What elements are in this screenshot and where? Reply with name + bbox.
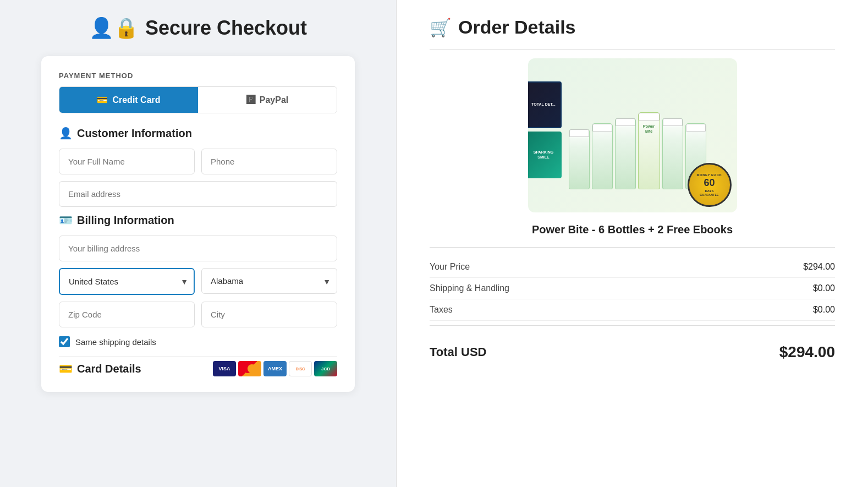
shipping-row: Shipping & Handling $0.00 bbox=[430, 278, 835, 299]
country-wrapper: United States Canada United Kingdom ▼ bbox=[59, 268, 195, 295]
payment-method-label: PAYMENT METHOD bbox=[59, 72, 337, 80]
product-image: TOTAL DET... SPARKING SMILE bbox=[528, 58, 737, 212]
email-row bbox=[59, 181, 337, 207]
discover-icon: DISC bbox=[289, 361, 312, 376]
price-row: Your Price $294.00 bbox=[430, 256, 835, 278]
card-details-row: 💳 Card Details VISA AMEX DISC JCB bbox=[59, 361, 337, 376]
total-divider bbox=[430, 325, 835, 326]
paypal-tab[interactable]: 🅿 PayPal bbox=[198, 87, 337, 113]
credit-card-tab[interactable]: 💳 Credit Card bbox=[59, 87, 198, 113]
page-title: Secure Checkout bbox=[145, 17, 307, 40]
email-input[interactable] bbox=[59, 181, 337, 207]
state-wrapper: Alabama Alaska Arizona ▼ bbox=[201, 268, 337, 295]
paypal-icon: 🅿 bbox=[246, 95, 255, 105]
taxes-row: Taxes $0.00 bbox=[430, 299, 835, 321]
card-details-icon: 💳 bbox=[59, 362, 73, 375]
total-value: $294.00 bbox=[779, 343, 835, 361]
taxes-value: $0.00 bbox=[813, 305, 835, 315]
paypal-tab-label: PayPal bbox=[260, 95, 288, 105]
country-state-row: United States Canada United Kingdom ▼ Al… bbox=[59, 268, 337, 295]
shipping-value: $0.00 bbox=[813, 283, 835, 293]
same-shipping-row: Same shipping details bbox=[59, 336, 337, 347]
order-header: 🛒 Order Details bbox=[430, 17, 835, 38]
same-shipping-checkbox[interactable] bbox=[59, 336, 70, 347]
credit-card-icon: 💳 bbox=[97, 95, 108, 105]
product-image-area: TOTAL DET... SPARKING SMILE bbox=[430, 58, 835, 212]
phone-input[interactable] bbox=[201, 149, 337, 174]
visa-icon: VISA bbox=[213, 361, 236, 376]
order-rows-divider bbox=[430, 247, 835, 248]
taxes-label: Taxes bbox=[430, 305, 453, 315]
state-select[interactable]: Alabama Alaska Arizona bbox=[201, 268, 337, 294]
city-input[interactable] bbox=[201, 302, 337, 327]
cart-icon: 🛒 bbox=[430, 17, 452, 38]
money-back-badge: MONEY BACK 60 DAYS GUARANTEE bbox=[688, 163, 732, 207]
customer-icon: 👤 bbox=[59, 127, 73, 140]
amex-icon: AMEX bbox=[263, 361, 287, 376]
product-title: Power Bite - 6 Bottles + 2 Free Ebooks bbox=[430, 223, 835, 236]
checkout-card: PAYMENT METHOD 💳 Credit Card 🅿 PayPal 👤 … bbox=[41, 56, 355, 392]
full-name-input[interactable] bbox=[59, 149, 195, 174]
billing-section-title: 🪪 Billing Information bbox=[59, 214, 337, 227]
zip-city-row bbox=[59, 302, 337, 327]
right-panel: 🛒 Order Details TOTAL DET... SPARKING SM… bbox=[396, 0, 868, 487]
order-details-title: Order Details bbox=[458, 17, 576, 38]
jcb-icon: JCB bbox=[314, 361, 337, 376]
price-value: $294.00 bbox=[803, 262, 835, 272]
customer-section-title: 👤 Customer Information bbox=[59, 127, 337, 140]
secure-checkout-icon: 👤🔒 bbox=[89, 17, 139, 40]
billing-icon: 🪪 bbox=[59, 214, 73, 227]
price-label: Your Price bbox=[430, 262, 470, 272]
shipping-label: Shipping & Handling bbox=[430, 283, 509, 293]
total-row: Total USD $294.00 bbox=[430, 335, 835, 365]
mastercard-icon bbox=[238, 361, 261, 376]
left-panel: 👤🔒 Secure Checkout PAYMENT METHOD 💳 Cred… bbox=[0, 0, 396, 487]
payment-tabs: 💳 Credit Card 🅿 PayPal bbox=[59, 86, 337, 113]
address-row bbox=[59, 236, 337, 261]
billing-address-input[interactable] bbox=[59, 236, 337, 261]
order-header-divider bbox=[430, 49, 835, 50]
credit-card-tab-label: Credit Card bbox=[112, 95, 160, 105]
total-label: Total USD bbox=[430, 345, 486, 359]
card-icons-group: VISA AMEX DISC JCB bbox=[213, 361, 337, 376]
card-divider bbox=[59, 356, 337, 357]
zip-input[interactable] bbox=[59, 302, 195, 327]
name-phone-row bbox=[59, 149, 337, 174]
same-shipping-label[interactable]: Same shipping details bbox=[75, 337, 156, 347]
checkout-header: 👤🔒 Secure Checkout bbox=[89, 17, 307, 40]
country-select[interactable]: United States Canada United Kingdom bbox=[59, 268, 195, 295]
svg-point-1 bbox=[248, 364, 256, 373]
card-details-title: 💳 Card Details bbox=[59, 362, 141, 375]
